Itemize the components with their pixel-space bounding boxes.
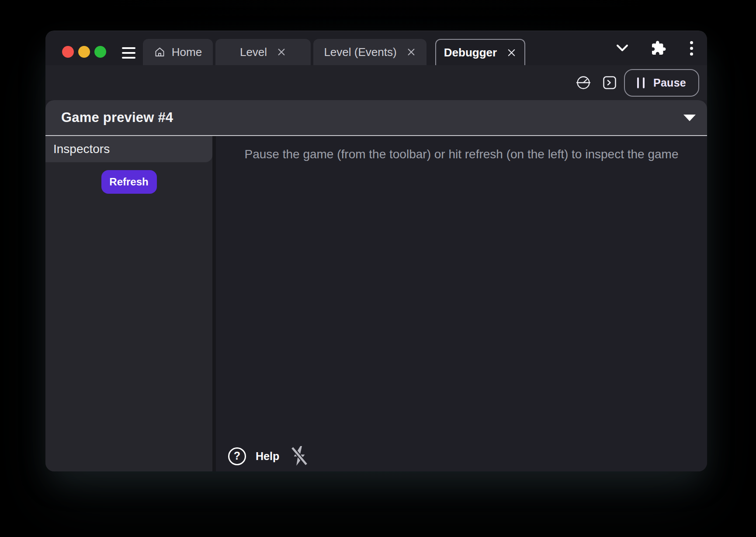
pause-button-label: Pause — [653, 77, 686, 89]
tab-level[interactable]: Level — [215, 39, 311, 65]
inspectors-header: Inspectors — [45, 136, 212, 162]
help-label[interactable]: Help — [256, 450, 279, 463]
dropdown-caret-icon — [683, 115, 696, 121]
preview-header[interactable]: Game preview #4 — [45, 100, 707, 135]
tab-debugger[interactable]: Debugger — [435, 39, 525, 65]
titlebar-right-icons — [616, 31, 695, 65]
home-icon — [154, 46, 166, 58]
preview-title: Game preview #4 — [61, 110, 683, 126]
close-window-button[interactable] — [62, 46, 74, 58]
tab-home[interactable]: Home — [143, 39, 213, 65]
refresh-button[interactable]: Refresh — [101, 170, 157, 194]
titlebar: Home Level Level (Events) Debugger — [45, 31, 707, 65]
close-icon[interactable] — [506, 48, 517, 58]
close-icon[interactable] — [277, 47, 286, 57]
sidebar-resize-handle[interactable] — [212, 136, 216, 471]
console-icon[interactable] — [602, 75, 617, 90]
tab-label: Home — [172, 45, 202, 59]
hamburger-menu-icon[interactable] — [122, 47, 135, 59]
pause-icon — [637, 77, 645, 88]
flash-off-icon[interactable] — [289, 444, 310, 468]
profiler-gauge-icon[interactable] — [576, 75, 591, 90]
desktop-background: Home Level Level (Events) Debugger — [0, 0, 756, 537]
inspectors-header-label: Inspectors — [53, 142, 110, 156]
tab-bar: Home Level Level (Events) Debugger — [143, 39, 528, 65]
empty-state-message: Pause the game (from the toolbar) or hit… — [216, 147, 707, 161]
chevron-down-icon[interactable] — [616, 44, 629, 52]
help-icon[interactable]: ? — [228, 447, 246, 465]
app-window: Home Level Level (Events) Debugger — [45, 31, 707, 471]
window-controls — [62, 46, 106, 58]
content-area: Inspectors Refresh Pause the game (from … — [45, 136, 707, 471]
minimize-window-button[interactable] — [78, 46, 90, 58]
debugger-toolbar: Pause — [45, 65, 707, 100]
tab-level-events[interactable]: Level (Events) — [313, 39, 427, 65]
close-icon[interactable] — [406, 47, 416, 57]
maximize-window-button[interactable] — [94, 46, 106, 58]
tab-label: Level (Events) — [324, 45, 396, 59]
kebab-menu-icon[interactable] — [688, 39, 695, 57]
bottom-bar: ? Help — [228, 444, 310, 468]
debugger-content: Pause the game (from the toolbar) or hit… — [216, 136, 707, 471]
pause-button[interactable]: Pause — [624, 69, 699, 97]
tab-label: Level — [240, 45, 267, 59]
inspectors-sidebar: Inspectors Refresh — [45, 136, 212, 471]
puzzle-extensions-icon[interactable] — [651, 40, 666, 56]
tab-label: Debugger — [444, 46, 497, 59]
